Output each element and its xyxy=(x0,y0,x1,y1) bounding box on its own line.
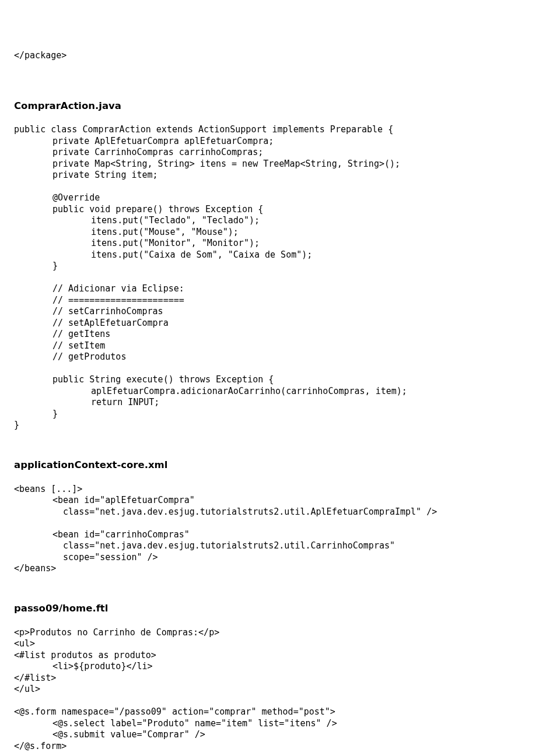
code-line: <li>${produto}</li> xyxy=(14,661,546,673)
code-line: private CarrinhoCompras carrinhoCompras; xyxy=(14,147,546,159)
code-line: </@s.form> xyxy=(14,741,66,751)
code-line: <bean id="carrinhoCompras" xyxy=(14,529,546,541)
code-line: // getProdutos xyxy=(14,351,546,363)
code-line: public String execute() throws Exception… xyxy=(14,374,546,386)
code-line: // getItens xyxy=(14,329,546,340)
code-line: private AplEfetuarCompra aplEfetuarCompr… xyxy=(14,136,546,147)
code-line: @Override xyxy=(14,192,546,204)
code-line: <#list produtos as produto> xyxy=(14,650,156,660)
code-line: itens.put("Monitor", "Monitor"); xyxy=(14,238,546,249)
code-line: <bean id="aplEfetuarCompra" xyxy=(14,495,546,507)
code-line: // ====================== xyxy=(14,295,546,307)
code-line: <@s.submit value="Comprar" /> xyxy=(14,729,546,741)
code-line: // setAplEfetuarCompra xyxy=(14,318,546,329)
code-line: <p>Produtos no Carrinho de Compras:</p> xyxy=(14,627,219,638)
code-line: aplEfetuarCompra.adicionarAoCarrinho(car… xyxy=(14,386,546,398)
code-line: class="net.java.dev.esjug.tutorialstruts… xyxy=(14,540,546,552)
code-line: private Map<String, String> itens = new … xyxy=(14,159,546,170)
code-line: </package> xyxy=(14,50,66,61)
code-line: } xyxy=(14,420,19,430)
code-line: itens.put("Caixa de Som", "Caixa de Som"… xyxy=(14,249,546,261)
code-line: scope="session" /> xyxy=(14,552,546,564)
code-line: return INPUT; xyxy=(14,397,546,409)
code-line: itens.put("Teclado", "Teclado"); xyxy=(14,215,546,227)
code-block-0: </package> xyxy=(14,50,546,62)
code-line: } xyxy=(14,409,546,420)
code-line: <ul> xyxy=(14,638,35,649)
code-line: <@s.form namespace="/passo09" action="co… xyxy=(14,706,335,717)
section-heading-home-ftl: passo09/home.ftl xyxy=(14,602,546,614)
section-heading-comprar-action: ComprarAction.java xyxy=(14,100,546,112)
section-heading-application-context: applicationContext-core.xml xyxy=(14,459,546,471)
code-line: </ul> xyxy=(14,684,40,694)
code-line: public void prepare() throws Exception { xyxy=(14,204,546,216)
code-line: // setCarrinhoCompras xyxy=(14,306,546,318)
code-line: // setItem xyxy=(14,340,546,352)
code-block-comprar-action: public class ComprarAction extends Actio… xyxy=(14,124,546,431)
code-line: private String item; xyxy=(14,170,546,181)
code-block-application-context: <beans [...]> <bean id="aplEfetuarCompra… xyxy=(14,484,546,575)
code-line: } xyxy=(14,261,546,272)
code-line: class="net.java.dev.esjug.tutorialstruts… xyxy=(14,507,546,518)
code-block-home-ftl: <p>Produtos no Carrinho de Compras:</p> … xyxy=(14,627,546,753)
code-line: </beans> xyxy=(14,563,56,574)
code-line: itens.put("Mouse", "Mouse"); xyxy=(14,227,546,238)
code-line: <beans [...]> xyxy=(14,484,82,494)
code-line: public class ComprarAction extends Actio… xyxy=(14,124,393,135)
code-line: </#list> xyxy=(14,673,56,683)
code-line: <@s.select label="Produto" name="item" l… xyxy=(14,718,546,730)
code-line: // Adicionar via Eclipse: xyxy=(14,283,546,295)
